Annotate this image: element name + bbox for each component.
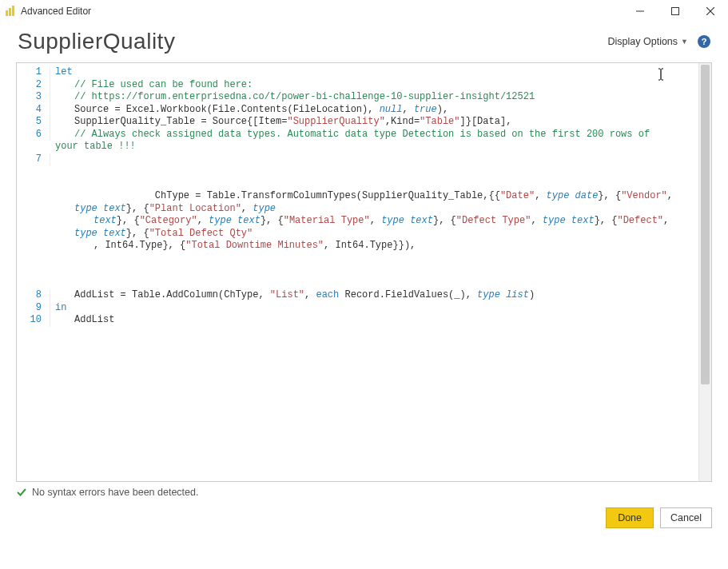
status-text: No syntax errors have been detected. xyxy=(32,487,198,498)
svg-rect-4 xyxy=(672,8,679,15)
window-title: Advanced Editor xyxy=(21,6,91,17)
header: SupplierQuality Display Options ▼ ? xyxy=(0,22,728,62)
footer: Done Cancel xyxy=(0,504,728,538)
vertical-scrollbar[interactable] xyxy=(698,63,711,481)
chevron-down-icon: ▼ xyxy=(681,38,688,46)
minimize-button[interactable] xyxy=(623,0,658,22)
code-lines[interactable]: 1 let 2 // File used can be found here: … xyxy=(17,63,698,330)
svg-rect-1 xyxy=(9,8,11,16)
query-name: SupplierQuality xyxy=(18,29,175,54)
display-options-label: Display Options xyxy=(608,36,678,47)
maximize-button[interactable] xyxy=(658,0,693,22)
code-line[interactable]: 4 Source = Excel.Workbook(File.Contents(… xyxy=(17,104,698,117)
title-bar: Advanced Editor xyxy=(0,0,728,22)
code-line[interactable]: 10 AddList xyxy=(17,314,698,327)
line-number: 10 xyxy=(17,314,50,327)
code-line[interactable]: 5 SupplierQuality_Table = Source{[Item="… xyxy=(17,116,698,129)
scrollbar-thumb[interactable] xyxy=(701,65,710,384)
code-line[interactable]: 2 // File used can be found here: xyxy=(17,79,698,92)
done-button[interactable]: Done xyxy=(606,507,654,528)
line-number: 1 xyxy=(17,66,50,79)
app-icon xyxy=(5,6,16,17)
code-line[interactable]: 7 ChType = Table.TransformColumnTypes(Su… xyxy=(17,153,698,290)
svg-rect-3 xyxy=(636,11,644,12)
line-number: 5 xyxy=(17,116,50,129)
code-line[interactable]: 1 let xyxy=(17,66,698,79)
code-line[interactable]: 6 // Always check assigned data types. A… xyxy=(17,129,698,153)
code-panel[interactable]: 1 let 2 // File used can be found here: … xyxy=(17,63,698,481)
cancel-button[interactable]: Cancel xyxy=(660,507,712,528)
status-bar: No syntax errors have been detected. xyxy=(16,487,712,498)
help-icon[interactable]: ? xyxy=(698,35,710,48)
code-line[interactable]: 8 AddList = Table.AddColumn(ChType, "Lis… xyxy=(17,289,698,302)
check-icon xyxy=(16,487,27,498)
code-editor[interactable]: 1 let 2 // File used can be found here: … xyxy=(16,62,712,482)
line-number: 8 xyxy=(17,289,50,302)
line-number: 4 xyxy=(17,104,50,117)
svg-rect-2 xyxy=(12,6,14,16)
line-number: 3 xyxy=(17,91,50,104)
line-number: 2 xyxy=(17,79,50,92)
line-number: 7 xyxy=(17,153,50,166)
svg-rect-0 xyxy=(6,10,8,16)
code-line[interactable]: 3 // https://forum.enterprisedna.co/t/po… xyxy=(17,91,698,104)
text-cursor-icon xyxy=(657,68,665,81)
code-scroll[interactable]: 1 let 2 // File used can be found here: … xyxy=(17,63,698,481)
close-button[interactable] xyxy=(693,0,728,22)
line-number: 9 xyxy=(17,302,50,315)
line-number: 6 xyxy=(17,129,50,141)
code-line[interactable]: 9 in xyxy=(17,302,698,315)
display-options-dropdown[interactable]: Display Options ▼ xyxy=(608,36,688,47)
